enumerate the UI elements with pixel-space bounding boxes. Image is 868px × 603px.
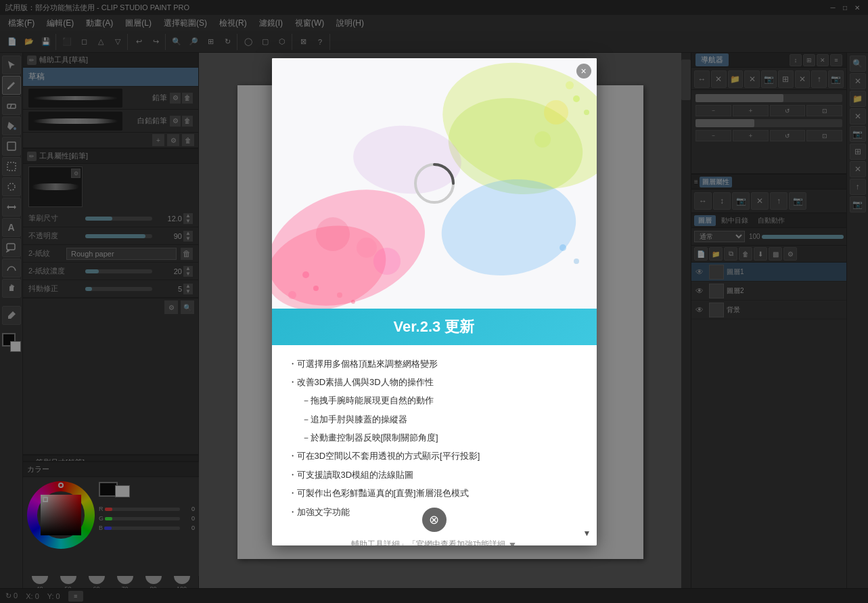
modal-footer-text: 輔助工具詳細」「官網中查看加強功能詳細 bbox=[351, 539, 505, 545]
modal-feature-item-2: 拖拽手腕時能展現更自然的動作 bbox=[288, 393, 580, 408]
modal-title-bar: Ver.2.3 更新 bbox=[272, 309, 597, 345]
svg-point-21 bbox=[288, 291, 296, 299]
svg-point-18 bbox=[534, 131, 551, 148]
update-modal: × ▲ bbox=[272, 58, 597, 545]
modal-feature-item-3: 追加手肘與膝蓋的操縱器 bbox=[288, 411, 580, 427]
modal-features-list: 可選擇用多個格頂點來調整網格變形改善3D素描人偶與3D人物的操作性拖拽手腕時能展… bbox=[288, 356, 580, 520]
svg-point-16 bbox=[316, 217, 350, 251]
svg-point-20 bbox=[313, 286, 319, 291]
modal-overlay: × ▲ bbox=[0, 0, 868, 603]
svg-point-19 bbox=[302, 271, 309, 278]
modal-feature-item-0: 可選擇用多個格頂點來調整網格變形 bbox=[288, 356, 580, 372]
svg-point-14 bbox=[373, 248, 401, 275]
modal-footer: 輔助工具詳細」「官網中查看加強功能詳細 ▼ bbox=[272, 533, 597, 545]
modal-close-button[interactable]: × bbox=[576, 64, 591, 79]
modal-image-area bbox=[272, 58, 597, 309]
svg-point-23 bbox=[351, 300, 355, 304]
modal-feature-item-5: 可在3D空間以不套用透視的方式顯示[平行投影] bbox=[288, 448, 580, 464]
modal-feature-item-7: 可製作出色彩鮮豔逼真的[直覺]漸層混色模式 bbox=[288, 485, 580, 501]
svg-point-17 bbox=[544, 100, 568, 125]
svg-point-27 bbox=[559, 244, 566, 251]
svg-point-28 bbox=[574, 259, 579, 264]
modal-feature-item-1: 改善3D素描人偶與3D人物的操作性 bbox=[288, 374, 580, 390]
svg-point-22 bbox=[337, 292, 342, 298]
svg-point-26 bbox=[566, 81, 574, 89]
modal-close-bottom-button[interactable]: ⊗ bbox=[422, 508, 447, 532]
modal-scroll-down-button[interactable]: ▼ bbox=[580, 527, 594, 540]
modal-chevron-down-icon: ▼ bbox=[508, 539, 518, 545]
svg-point-25 bbox=[584, 110, 589, 115]
svg-point-15 bbox=[357, 238, 377, 258]
modal-more-button[interactable]: 輔助工具詳細」「官網中查看加強功能詳細 ▼ bbox=[351, 539, 518, 545]
modal-title: Ver.2.3 更新 bbox=[285, 317, 583, 337]
svg-point-24 bbox=[573, 95, 580, 102]
modal-splash-svg bbox=[272, 58, 597, 309]
modal-feature-item-6: 可支援讀取3D模組的法線貼圖 bbox=[288, 467, 580, 483]
modal-body: 可選擇用多個格頂點來調整網格變形改善3D素描人偶與3D人物的操作性拖拽手腕時能展… bbox=[272, 345, 597, 534]
modal-feature-item-4: 於動畫控制器反映[限制關節角度] bbox=[288, 430, 580, 445]
